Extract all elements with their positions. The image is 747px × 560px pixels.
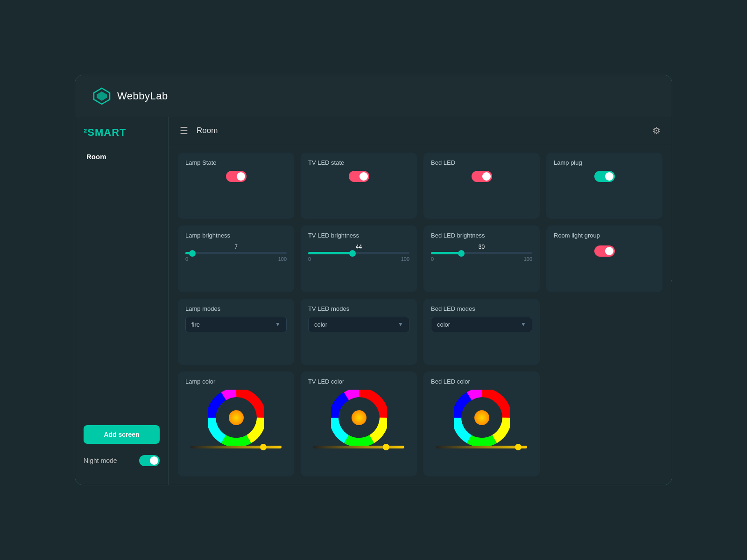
sidebar: ²SMART Room Add screen Night mode	[75, 117, 169, 485]
tv-led-brightness-labels: 0 100	[308, 256, 409, 262]
lamp-color-wheel-wrapper	[185, 390, 287, 450]
lamp-color-wheel[interactable]	[208, 390, 264, 446]
widget-grid: Lamp State TV LED state Bed LED	[169, 144, 672, 485]
bed-brightness-color-slider[interactable]	[436, 446, 527, 448]
lamp-brightness-labels: 0 100	[185, 256, 287, 262]
tv-led-color-wheel[interactable]	[331, 390, 387, 446]
tv-led-modes-dropdown[interactable]: color ▼	[308, 317, 409, 332]
tv-led-modes-title: TV LED modes	[308, 305, 409, 312]
bed-led-brightness-fill	[431, 252, 461, 254]
lamp-brightness-title: Lamp brightness	[185, 232, 287, 239]
lamp-modes-card: Lamp modes fire ▼	[178, 299, 294, 365]
lamp-brightness-thumb[interactable]	[189, 250, 196, 257]
lamp-color-card: Lamp color	[178, 371, 294, 476]
bed-led-brightness-card: Bed LED brightness 30 0 100	[423, 225, 540, 292]
bed-led-modes-dropdown[interactable]: color ▼	[431, 317, 532, 332]
bed-brightness-color-thumb[interactable]	[515, 444, 521, 450]
night-mode-toggle[interactable]	[139, 455, 160, 466]
lamp-plug-card: Lamp plug	[546, 153, 662, 219]
bed-led-color-card: Bed LED color	[423, 371, 540, 476]
tv-led-modes-arrow: ▼	[398, 321, 403, 328]
room-light-group-title: Room light group	[554, 232, 655, 239]
bed-led-brightness-slider-container: 30 0 100	[431, 244, 532, 262]
bed-led-modes-value: color	[437, 321, 450, 328]
room-light-group-toggle[interactable]	[594, 245, 615, 257]
room-light-toggle-row	[554, 245, 655, 257]
tv-led-modes-card: TV LED modes color ▼	[301, 299, 417, 365]
bed-led-modes-arrow: ▼	[521, 321, 526, 328]
bed-led-title: Bed LED	[431, 159, 532, 166]
room-light-group-card: Room light group	[546, 225, 662, 292]
bed-led-modes-title: Bed LED modes	[431, 305, 532, 312]
lamp-brightness-color-thumb[interactable]	[260, 444, 267, 450]
lamp-state-toggle[interactable]	[226, 171, 247, 182]
tv-led-state-title: TV LED state	[308, 159, 409, 166]
tv-led-color-wheel-wrapper	[308, 390, 409, 450]
lamp-modes-arrow: ▼	[275, 321, 281, 328]
lamp-modes-title: Lamp modes	[185, 305, 287, 312]
app-frame: WebbyLab ²SMART Room Add screen Night mo…	[75, 75, 672, 485]
lamp-plug-toggle[interactable]	[594, 171, 615, 182]
lamp-brightness-track[interactable]	[185, 252, 287, 254]
night-mode-row: Night mode	[84, 455, 160, 466]
lamp-color-title: Lamp color	[185, 378, 287, 385]
sidebar-bottom: Add screen Night mode	[75, 416, 168, 476]
settings-icon[interactable]: ⚙	[652, 125, 661, 136]
bed-led-brightness-title: Bed LED brightness	[431, 232, 532, 239]
bed-led-color-title: Bed LED color	[431, 378, 532, 385]
tv-brightness-color-thumb[interactable]	[383, 444, 389, 450]
bed-led-card: Bed LED	[423, 153, 540, 219]
lamp-plug-title: Lamp plug	[554, 159, 655, 166]
tv-brightness-color-slider[interactable]	[313, 446, 404, 448]
bed-led-color-wheel-wrapper	[431, 390, 532, 450]
tv-led-brightness-value: 44	[308, 244, 409, 250]
tv-led-brightness-card: TV LED brightness 44 0 100	[301, 225, 417, 292]
tv-led-brightness-slider-container: 44 0 100	[308, 244, 409, 262]
bed-led-brightness-thumb[interactable]	[458, 250, 465, 257]
tv-led-state-card: TV LED state	[301, 153, 417, 219]
bed-led-color-wheel[interactable]	[454, 390, 510, 446]
content-panel: ☰ Room ⚙ Lamp State TV LED state	[169, 117, 672, 485]
menu-icon[interactable]: ☰	[180, 125, 188, 136]
logo-bar: WebbyLab	[75, 75, 672, 117]
lamp-brightness-slider-container: 7 0 100	[185, 244, 287, 262]
tv-led-color-title: TV LED color	[308, 378, 409, 385]
sidebar-item-room[interactable]: Room	[75, 147, 168, 166]
app-name: ²SMART	[75, 126, 168, 147]
page-title: Room	[197, 126, 218, 135]
empty-cell-2	[546, 371, 662, 476]
lamp-brightness-value: 7	[185, 244, 287, 250]
empty-cell	[546, 299, 662, 365]
tv-led-color-card: TV LED color	[301, 371, 417, 476]
lamp-modes-dropdown[interactable]: fire ▼	[185, 317, 287, 332]
logo-icon	[92, 86, 112, 106]
tv-led-modes-value: color	[314, 321, 327, 328]
bed-led-brightness-labels: 0 100	[431, 256, 532, 262]
lamp-brightness-color-slider[interactable]	[190, 446, 282, 448]
tv-led-brightness-title: TV LED brightness	[308, 232, 409, 239]
arrow-annotation	[662, 253, 672, 291]
svg-marker-1	[97, 91, 107, 101]
lamp-state-title: Lamp State	[185, 159, 287, 166]
add-screen-button[interactable]: Add screen	[84, 425, 160, 444]
bed-led-toggle[interactable]	[472, 171, 492, 182]
main-area: ²SMART Room Add screen Night mode ☰ Room…	[75, 117, 672, 485]
logo-text: WebbyLab	[117, 90, 168, 102]
tv-led-brightness-thumb[interactable]	[349, 250, 356, 257]
tv-led-state-toggle[interactable]	[349, 171, 369, 182]
tv-led-brightness-track[interactable]	[308, 252, 409, 254]
top-bar: ☰ Room ⚙	[169, 117, 672, 144]
lamp-modes-value: fire	[191, 321, 200, 328]
bed-led-brightness-track[interactable]	[431, 252, 532, 254]
svg-point-7	[229, 410, 244, 425]
night-mode-label: Night mode	[84, 457, 117, 464]
bed-led-brightness-value: 30	[431, 244, 532, 250]
lamp-brightness-card: Lamp brightness 7 0 100	[178, 225, 294, 292]
lamp-state-card: Lamp State	[178, 153, 294, 219]
bed-led-modes-card: Bed LED modes color ▼	[423, 299, 540, 365]
tv-led-brightness-fill	[308, 252, 352, 254]
svg-point-11	[474, 410, 489, 425]
svg-point-9	[352, 410, 366, 425]
